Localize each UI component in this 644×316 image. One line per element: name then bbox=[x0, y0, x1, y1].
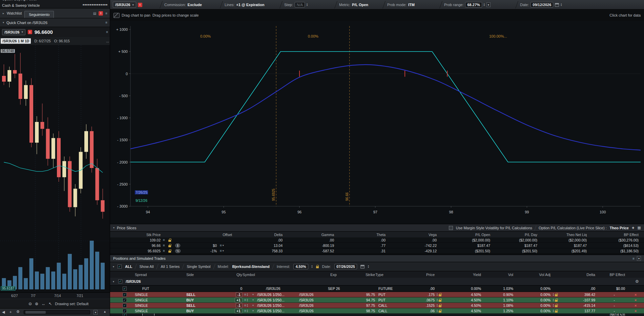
qty-controls[interactable]: ≡▴▾ bbox=[244, 308, 248, 313]
calendar-icon[interactable] bbox=[555, 3, 559, 7]
dropdown-button[interactable]: ▾ bbox=[94, 310, 98, 315]
vol-adj-cell[interactable]: 0.00% bbox=[518, 292, 550, 297]
margin-vol-toggle[interactable] bbox=[449, 226, 453, 230]
chart-info-more[interactable]: ... bbox=[106, 39, 109, 43]
prob-mode-setting[interactable]: Prob mode: ITM bbox=[387, 0, 415, 9]
slice-offset[interactable]: $0 bbox=[183, 243, 217, 248]
qty-controls[interactable]: ≡▴▾ bbox=[244, 297, 248, 302]
stepper-icon[interactable]: ▴▾ bbox=[484, 3, 485, 6]
risk-profile-chart[interactable]: + 1000+ 5000- 500- 1000- 1500- 2000- 250… bbox=[110, 21, 644, 224]
position-row-partial[interactable]: ✓($614.53) bbox=[110, 314, 644, 316]
step-setting[interactable]: Step: N/A ▴▾ bbox=[284, 0, 308, 9]
row-checkbox[interactable]: ✓ bbox=[123, 308, 127, 313]
price-slice-row[interactable]: 109.02≡.00.00.00.00($2,000.00)($2,000.00… bbox=[110, 237, 644, 243]
slice-price[interactable]: 95.6925 bbox=[110, 248, 161, 253]
expander-icon[interactable]: ▾ bbox=[252, 303, 254, 308]
row-checkbox[interactable]: ✓ bbox=[123, 297, 127, 302]
column-header[interactable]: Offset bbox=[178, 232, 232, 237]
chart-edit-icon[interactable] bbox=[113, 13, 120, 18]
scroll-up-icon[interactable]: ▲ bbox=[103, 310, 106, 313]
column-header[interactable]: BP Effect bbox=[584, 232, 639, 237]
position-row-buy[interactable]: ✓SINGLEBUY+1≡▴▾▾/SR3U26 1/250.../SR3U269… bbox=[110, 297, 644, 303]
column-header[interactable]: P/L Day bbox=[483, 232, 537, 237]
symbol-selector[interactable]: /SR3U26 ▾ bbox=[113, 2, 136, 8]
slices-grid-icon[interactable]: ▦ bbox=[638, 226, 641, 230]
quick-chart-area[interactable]: 96.9748 95.6187 bbox=[0, 45, 110, 292]
price-controls[interactable]: ▴▾ bbox=[437, 303, 441, 308]
sim-date-input[interactable]: 07/26/2025 bbox=[334, 264, 357, 269]
column-header[interactable]: Spread bbox=[135, 271, 147, 278]
qty-controls[interactable]: ≡▴▾ bbox=[244, 303, 248, 308]
price-cell[interactable]: .1525 bbox=[404, 303, 435, 308]
stepper-icon[interactable]: ▴▾ bbox=[307, 3, 308, 6]
collapse-panel-button[interactable]: ▾ bbox=[637, 256, 641, 261]
column-header[interactable]: Exp bbox=[330, 271, 337, 278]
dropdown-button[interactable]: ▾ bbox=[486, 2, 491, 7]
add-icon[interactable]: + bbox=[9, 310, 12, 314]
menu-icon[interactable]: ≡ bbox=[163, 237, 165, 243]
offset-unit-chip[interactable]: % bbox=[175, 248, 181, 253]
remove-row-button[interactable]: × bbox=[635, 297, 637, 302]
gear-icon[interactable]: ⚙ bbox=[16, 310, 20, 314]
all-checkbox[interactable]: ✓ bbox=[118, 265, 122, 269]
column-header[interactable]: Delta bbox=[228, 232, 283, 237]
price-slice-row[interactable]: 96.66≡$$0≡▾13.04-800.19.77-742.22$187.47… bbox=[110, 243, 644, 248]
position-row-fut[interactable]: ✓FUT0/SR3U26SEP 26FUTURE.000.00%1.03%0.0… bbox=[110, 286, 644, 292]
row-checkbox[interactable]: ✓ bbox=[123, 314, 127, 316]
price-cell[interactable]: .175 bbox=[404, 292, 435, 297]
risk-profile-chart-area[interactable]: + 1000+ 5000- 500- 1000- 1500- 2000- 250… bbox=[110, 21, 644, 224]
price-controls[interactable]: ▴▾ bbox=[437, 297, 441, 302]
expander-icon[interactable]: ▾ bbox=[252, 292, 254, 297]
date-setting[interactable]: Date: 09/12/2026 ▴▾ bbox=[520, 0, 562, 9]
collapse-icon[interactable]: ▾ bbox=[113, 278, 114, 285]
expander-icon[interactable]: ▾ bbox=[252, 308, 254, 313]
add-slice-button[interactable]: + bbox=[632, 225, 635, 230]
zoom-out-icon[interactable]: ⊖ bbox=[28, 301, 32, 306]
quick-chart-header[interactable]: ▾ Quick Chart on /SR3U26 ≡ bbox=[0, 18, 110, 27]
column-header[interactable]: Side bbox=[186, 271, 194, 278]
column-header[interactable]: Qty bbox=[215, 271, 242, 278]
chevron-down-icon[interactable]: ▾ bbox=[3, 21, 4, 24]
vol-adj-cell[interactable]: 0.00% bbox=[518, 297, 550, 302]
menu-icon[interactable]: ≡ bbox=[163, 243, 165, 248]
scrollbar[interactable] bbox=[24, 310, 90, 314]
model-value[interactable]: Bjerksund-Stensland bbox=[232, 265, 270, 269]
menu-icon[interactable]: ≡ bbox=[105, 12, 107, 15]
edit-cell[interactable] bbox=[142, 314, 154, 316]
position-row-buy[interactable]: ✓SINGLEBUY+1≡▴▾▾/SR3U26 1/250.../SR3U269… bbox=[110, 308, 644, 314]
column-header[interactable]: Price bbox=[404, 271, 435, 278]
slice-offset[interactable]: -1% bbox=[183, 248, 217, 253]
column-header[interactable]: Vega bbox=[382, 232, 437, 237]
prob-range-setting[interactable]: Prob range: 68.27% ▴▾ ▾ bbox=[444, 0, 491, 9]
column-header[interactable]: Theta bbox=[331, 232, 386, 237]
remove-row-button[interactable]: × bbox=[635, 308, 637, 313]
vol-adj-controls[interactable]: ▴▾ bbox=[553, 292, 558, 297]
price-controls[interactable]: ▴▾ bbox=[437, 292, 441, 297]
symbol-selector[interactable]: /SR3U26 ▾ bbox=[2, 29, 25, 35]
menu-icon[interactable]: ≡ bbox=[632, 257, 634, 260]
column-header[interactable]: Vol Adj bbox=[518, 271, 550, 278]
qty-cell[interactable]: -1 bbox=[215, 292, 242, 297]
opl-calc-label[interactable]: Option P/L Calculation (Live Price Slice… bbox=[539, 226, 607, 230]
chevron-right-icon[interactable]: ▸ bbox=[3, 12, 4, 15]
position-row-sell[interactable]: ✓SINGLESELL-1≡▴▾▾/SR3U26 1/250.../SR3U26… bbox=[110, 292, 644, 297]
zoom-in-icon[interactable]: ⊕ bbox=[35, 301, 38, 306]
interest-input[interactable]: 4.50% bbox=[293, 264, 308, 269]
stepper-icon[interactable]: ▴▾ bbox=[312, 265, 313, 268]
filter-single-symbol[interactable]: Single Symbol bbox=[187, 265, 210, 269]
vol-adj-cell[interactable]: 0.00% bbox=[518, 303, 550, 308]
date-input[interactable]: 09/12/2026 bbox=[531, 2, 553, 7]
go-first-icon[interactable]: ◀ bbox=[2, 310, 5, 314]
offset-controls[interactable]: ≡▾ bbox=[220, 243, 224, 248]
price-cell[interactable]: .06 bbox=[404, 308, 435, 313]
slice-price[interactable]: 109.02 bbox=[110, 237, 161, 243]
qty-cell[interactable]: +1 bbox=[215, 308, 242, 313]
prob-range-input[interactable]: 68.27% bbox=[465, 2, 482, 7]
qty-cell[interactable]: -1 bbox=[215, 303, 242, 308]
menu-icon[interactable]: ≡ bbox=[163, 248, 165, 253]
metric-setting[interactable]: Metric: P/L Open bbox=[339, 0, 368, 9]
lock-icon[interactable] bbox=[168, 237, 171, 243]
remove-row-button[interactable]: × bbox=[635, 292, 637, 297]
filter-series[interactable]: All 1 Series bbox=[161, 265, 180, 269]
column-header[interactable]: Theo Net Liq bbox=[533, 232, 587, 237]
